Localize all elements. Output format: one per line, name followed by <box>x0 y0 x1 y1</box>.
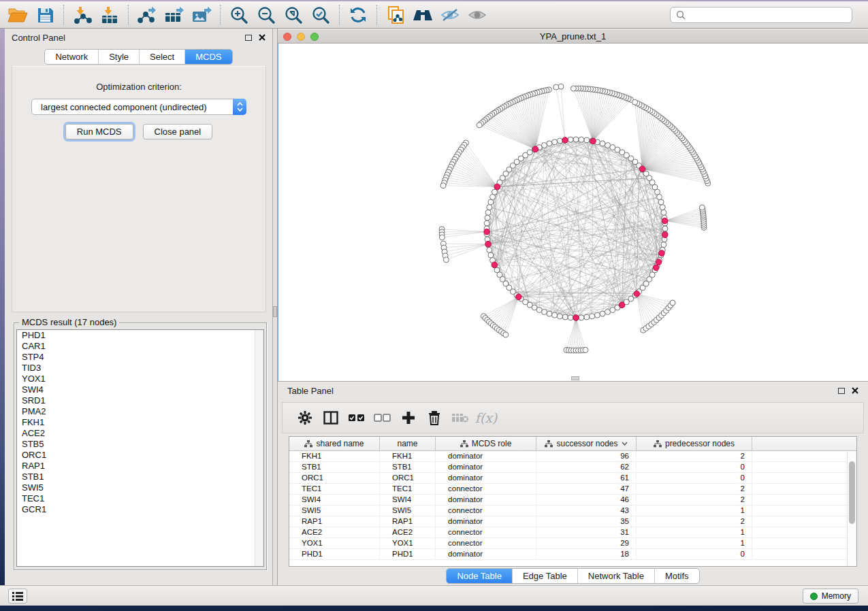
duplicate-network-button[interactable] <box>382 3 409 27</box>
tab-select[interactable]: Select <box>139 50 184 64</box>
mcds-result-item[interactable]: FKH1 <box>17 417 263 428</box>
function-builder-button[interactable]: f(x) <box>473 405 499 431</box>
table-scrollbar[interactable] <box>847 452 856 567</box>
delete-column-button[interactable] <box>421 405 447 431</box>
export-network-button[interactable] <box>133 3 161 27</box>
close-panel-icon[interactable] <box>259 34 266 41</box>
run-mcds-button[interactable]: Run MCDS <box>65 124 133 139</box>
tree-icon <box>460 440 468 448</box>
scrollbar-thumb[interactable] <box>849 461 855 524</box>
table-row[interactable]: RAP1RAP1dominator352 <box>289 516 856 527</box>
tab-node-table[interactable]: Node Table <box>447 569 512 583</box>
show-column-button[interactable] <box>318 405 344 431</box>
search-input[interactable] <box>690 10 846 20</box>
close-panel-button[interactable]: Close panel <box>143 124 213 139</box>
zoom-fit-button[interactable] <box>280 3 307 27</box>
table-settings-button[interactable] <box>292 405 318 431</box>
network-window-titlebar[interactable]: YPA_prune.txt_1 <box>278 30 868 44</box>
mcds-result-item[interactable]: TEC1 <box>17 493 263 504</box>
table-cell <box>752 484 856 494</box>
close-panel-icon[interactable] <box>852 387 858 394</box>
deselect-all-button[interactable] <box>370 405 396 431</box>
column-header-shared-name[interactable]: shared name <box>289 437 380 450</box>
column-header-predecessor-nodes[interactable]: predecessor nodes <box>637 437 752 450</box>
open-file-button[interactable] <box>4 3 31 27</box>
hide-eye-button[interactable] <box>436 3 464 27</box>
control-panel-tabs: NetworkStyleSelectMCDS <box>5 49 272 65</box>
select-all-button[interactable] <box>344 405 370 431</box>
table-row[interactable]: SWI4SWI4dominator462 <box>289 495 856 506</box>
float-panel-icon[interactable] <box>245 35 252 41</box>
table-row[interactable]: TEC1TEC1connector472 <box>289 484 856 495</box>
mcds-result-item[interactable]: STB1 <box>17 472 263 482</box>
column-header-successor-nodes[interactable]: successor nodes <box>536 437 637 450</box>
mcds-result-item[interactable]: TID3 <box>17 363 263 374</box>
tab-network-table[interactable]: Network Table <box>577 569 654 583</box>
mcds-result-list[interactable]: PHD1CAR1STP4TID3YOX1SWI4SRD1PMA2FKH1ACE2… <box>16 329 264 567</box>
refresh-button[interactable] <box>344 3 372 27</box>
show-eye-button[interactable] <box>464 3 491 27</box>
mcds-result-item[interactable]: PMA2 <box>17 406 263 417</box>
add-column-button[interactable] <box>396 405 421 431</box>
network-search-field[interactable] <box>670 7 852 23</box>
mcds-result-item[interactable]: STB5 <box>17 439 263 450</box>
task-history-button[interactable] <box>8 589 27 604</box>
network-canvas[interactable] <box>278 44 868 381</box>
table-panel-title: Table Panel <box>287 386 838 396</box>
mcds-result-item[interactable]: PHD1 <box>17 330 263 341</box>
table-row[interactable]: YOX1YOX1connector291 <box>289 538 856 549</box>
columns-icon <box>323 411 338 425</box>
node-table[interactable]: shared name name MCDS role successor nod… <box>289 436 857 567</box>
table-cell: 96 <box>536 451 637 461</box>
horizontal-splitter-grip[interactable] <box>571 376 579 380</box>
save-session-button[interactable] <box>31 3 59 27</box>
float-panel-icon[interactable] <box>838 388 845 394</box>
table-row[interactable]: PHD1PHD1dominator180 <box>289 549 856 560</box>
tab-mcds[interactable]: MCDS <box>184 50 231 64</box>
import-network-button[interactable] <box>69 3 96 27</box>
mcds-result-item[interactable]: RAP1 <box>17 461 263 472</box>
zoom-in-button[interactable] <box>225 3 253 27</box>
mcds-result-group: MCDS result (17 nodes) PHD1CAR1STP4TID3Y… <box>14 318 267 570</box>
export-table-button[interactable] <box>161 3 188 27</box>
table-row[interactable]: ACE2ACE2connector311 <box>289 527 856 538</box>
memory-button[interactable]: Memory <box>803 589 858 604</box>
table-tabs: Node TableEdge TableNetwork TableMotifs <box>278 568 868 584</box>
export-table-icon <box>164 6 184 24</box>
mcds-result-item[interactable]: SWI4 <box>17 384 263 395</box>
export-image-button[interactable] <box>188 3 215 27</box>
mcds-result-item[interactable]: ACE2 <box>17 428 263 439</box>
table-cell: TEC1 <box>289 484 380 494</box>
table-cell: 0 <box>637 462 752 472</box>
column-header-mcds-role[interactable]: MCDS role <box>436 437 536 450</box>
mcds-result-item[interactable]: GCR1 <box>17 504 263 515</box>
chevron-down-icon[interactable] <box>622 442 628 446</box>
list-scrollbar[interactable] <box>255 330 263 566</box>
status-bar: Memory <box>0 585 868 606</box>
delete-table-button[interactable] <box>447 405 473 431</box>
mcds-result-item[interactable]: YOX1 <box>17 374 263 384</box>
tab-edge-table[interactable]: Edge Table <box>512 569 577 583</box>
zoom-out-button[interactable] <box>253 3 280 27</box>
zoom-selected-button[interactable] <box>307 3 334 27</box>
vertical-splitter[interactable] <box>273 29 278 585</box>
tab-network[interactable]: Network <box>45 50 98 64</box>
table-row[interactable]: STB1STB1dominator620 <box>289 462 856 473</box>
criterion-dropdown[interactable]: largest connected component (undirected) <box>31 99 246 115</box>
fx-icon: f(x) <box>475 410 498 425</box>
tab-style[interactable]: Style <box>98 50 139 64</box>
mcds-result-item[interactable]: STP4 <box>17 352 263 363</box>
search-network-button[interactable] <box>409 3 436 27</box>
splitter-grip[interactable] <box>273 306 277 317</box>
mcds-result-item[interactable]: SRD1 <box>17 395 263 406</box>
table-row[interactable]: SWI5SWI5connector431 <box>289 506 856 516</box>
table-row[interactable]: FKH1FKH1dominator962 <box>289 451 856 462</box>
import-table-button[interactable] <box>96 3 123 27</box>
mcds-result-item[interactable]: ORC1 <box>17 450 263 461</box>
mcds-result-item[interactable]: SWI5 <box>17 482 263 493</box>
column-header-name[interactable]: name <box>380 437 436 450</box>
mcds-result-item[interactable]: CAR1 <box>17 341 263 352</box>
tab-motifs[interactable]: Motifs <box>654 569 699 583</box>
table-row[interactable]: ORC1ORC1dominator610 <box>289 473 856 484</box>
network-graph[interactable] <box>278 44 868 380</box>
